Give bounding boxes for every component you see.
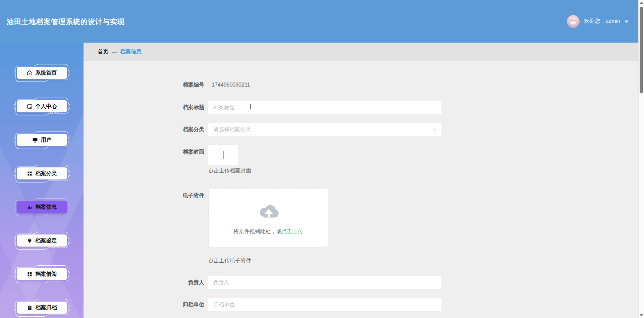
chevron-down-icon[interactable] bbox=[625, 20, 629, 23]
breadcrumb-separator: — bbox=[112, 49, 117, 55]
archive-title-label: 档案标题 bbox=[157, 104, 204, 111]
archive-category-select[interactable]: 请选择档案分类 bbox=[208, 123, 441, 136]
home-icon bbox=[27, 70, 33, 76]
select-placeholder: 请选择档案分类 bbox=[213, 126, 432, 133]
app-header: 油田土地档案管理系统的设计与实现 欢迎您，admin bbox=[0, 0, 644, 43]
archive-no-label: 档案编号 bbox=[157, 81, 204, 89]
id-card-icon bbox=[27, 104, 33, 109]
attachment-dropzone[interactable]: 将文件拖到此处，或点击上传 bbox=[208, 188, 328, 247]
upload-cloud-icon bbox=[257, 201, 280, 219]
archive-form: 档案编号 1744960030211 档案标题 档案分类 请选择档案分类 档案封… bbox=[84, 61, 644, 318]
archive-no-value: 1744960030211 bbox=[212, 81, 250, 89]
sidebar-item-archive-filing[interactable]: 档案归档 bbox=[13, 298, 71, 317]
sidebar-item-archive-info[interactable]: 档案信息 bbox=[13, 197, 71, 217]
clipboard-icon bbox=[27, 305, 33, 311]
sidebar-item-label: 档案归档 bbox=[36, 304, 57, 311]
grid-icon bbox=[27, 171, 33, 176]
user-menu[interactable]: 欢迎您，admin bbox=[567, 0, 629, 43]
attachment-label: 电子附件 bbox=[157, 192, 204, 199]
sidebar-item-users[interactable]: 用户 bbox=[13, 130, 71, 150]
sidebar-item-label: 个人中心 bbox=[36, 103, 57, 110]
sidebar-item-profile[interactable]: 个人中心 bbox=[13, 97, 71, 116]
breadcrumb: 首页 — 档案信息 bbox=[84, 43, 644, 61]
sidebar-item-home[interactable]: 系统首页 bbox=[13, 63, 71, 83]
vertical-scrollbar[interactable] bbox=[638, 0, 644, 318]
manager-label: 负责人 bbox=[157, 279, 204, 286]
scroll-down-arrow-icon[interactable] bbox=[640, 314, 643, 316]
sidebar-item-archive-appraisal[interactable]: 档案鉴定 bbox=[13, 231, 71, 250]
breadcrumb-home[interactable]: 首页 bbox=[98, 48, 108, 55]
plus-icon bbox=[218, 150, 228, 160]
sidebar-item-label: 档案鉴定 bbox=[36, 237, 57, 244]
filing-unit-input[interactable] bbox=[208, 298, 441, 311]
scroll-up-arrow-icon[interactable] bbox=[640, 2, 643, 4]
manager-input[interactable] bbox=[208, 276, 441, 289]
sidebar: 系统首页 个人中心 bbox=[0, 43, 84, 318]
click-upload-link[interactable]: 点击上传 bbox=[282, 228, 303, 234]
sidebar-item-label: 系统首页 bbox=[36, 69, 57, 76]
bulb-icon bbox=[27, 238, 33, 244]
sidebar-item-label: 档案信息 bbox=[36, 204, 57, 211]
bar-chart-icon bbox=[27, 204, 33, 210]
dropzone-text: 将文件拖到此处，或点击上传 bbox=[209, 228, 328, 235]
app-title: 油田土地档案管理系统的设计与实现 bbox=[7, 17, 125, 26]
cover-upload-button[interactable] bbox=[208, 145, 238, 165]
filing-unit-label: 归档单位 bbox=[157, 301, 204, 308]
archive-title-input[interactable] bbox=[208, 101, 441, 114]
archive-category-label: 档案分类 bbox=[157, 126, 204, 133]
grid-icon bbox=[27, 271, 33, 277]
user-avatar[interactable] bbox=[567, 15, 580, 28]
sidebar-item-label: 用户 bbox=[41, 137, 52, 144]
welcome-text: 欢迎您，admin bbox=[584, 18, 620, 25]
monitor-icon bbox=[32, 137, 38, 143]
sidebar-item-label: 档案借阅 bbox=[36, 271, 57, 278]
sidebar-item-label: 档案分类 bbox=[36, 170, 57, 177]
breadcrumb-current[interactable]: 档案信息 bbox=[120, 48, 142, 55]
scrollbar-thumb[interactable] bbox=[640, 7, 643, 93]
sidebar-item-archive-borrow[interactable]: 档案借阅 bbox=[13, 264, 71, 284]
cover-upload-tip: 点击上传档案封面 bbox=[208, 167, 251, 174]
chevron-down-icon bbox=[432, 127, 436, 131]
sidebar-item-archive-category[interactable]: 档案分类 bbox=[13, 164, 71, 183]
attachment-upload-tip: 点击上传电子附件 bbox=[208, 257, 251, 264]
archive-cover-label: 档案封面 bbox=[157, 148, 204, 156]
text-cursor-icon bbox=[249, 103, 252, 110]
